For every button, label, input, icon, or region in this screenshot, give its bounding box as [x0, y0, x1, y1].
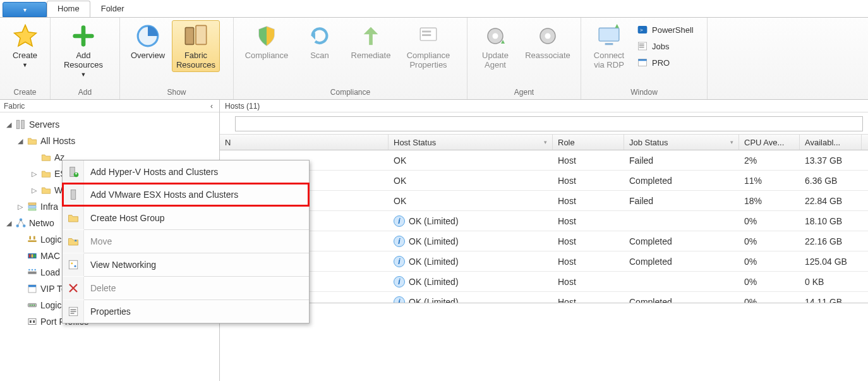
filter-input[interactable] — [235, 116, 863, 131]
server-add-icon — [63, 160, 84, 183]
cell-host-status: iOK (Limited) — [389, 272, 553, 291]
svg-rect-54 — [33, 320, 35, 323]
reassociate-button[interactable]: Reassociate — [519, 20, 576, 63]
cell-role: Host — [553, 231, 624, 251]
pro-button[interactable]: PRO — [637, 56, 694, 70]
network-icon — [15, 217, 27, 229]
servers-icon — [15, 119, 27, 130]
cell-job-status: Failed — [624, 150, 739, 170]
chevron-down-icon[interactable]: ▾ — [544, 139, 547, 145]
expander-icon[interactable]: ▷ — [16, 203, 24, 211]
col-cpu[interactable]: CPU Ave... — [739, 135, 800, 150]
cell-cpu: 0% — [739, 292, 800, 303]
svg-rect-47 — [28, 285, 36, 287]
compliance-button[interactable]: Compliance — [238, 20, 296, 63]
mac-pool-icon — [27, 250, 38, 262]
fabric-resources-button[interactable]: FabricResources — [172, 20, 220, 72]
update-agent-button[interactable]: UpdateAgent — [471, 20, 519, 72]
svg-rect-39 — [29, 254, 31, 257]
table-row[interactable]: iOK (Limited)HostCompleted0%125.04 GB — [220, 251, 868, 272]
gear-up-icon — [483, 23, 508, 49]
info-icon: i — [394, 276, 405, 287]
table-row[interactable]: OKHostCompleted11%6.36 GB — [220, 171, 868, 191]
col-name[interactable]: N — [220, 135, 389, 150]
svg-point-49 — [30, 305, 31, 306]
powershell-button[interactable]: > PowerShell — [637, 23, 694, 37]
cell-cpu: 0% — [739, 231, 800, 251]
cell-cpu: 0% — [739, 272, 800, 291]
jobs-button[interactable]: Jobs — [637, 39, 694, 53]
table-row[interactable]: iOK (Limited)HostCompleted0%14.11 GB — [220, 292, 868, 303]
system-menu[interactable]: ▾ — [3, 2, 47, 17]
tab-home[interactable]: Home — [47, 1, 90, 17]
svg-rect-61 — [69, 260, 78, 269]
expander-icon[interactable]: ◢ — [16, 137, 24, 145]
ribbon-group-agent: Agent — [467, 87, 581, 99]
cell-role: Host — [553, 191, 624, 210]
collapse-nav-button[interactable]: ‹ — [208, 102, 215, 111]
ctx-view-networking[interactable]: View Networking — [63, 253, 309, 276]
cell-host-status: iOK (Limited) — [389, 231, 553, 251]
svg-rect-22 — [639, 44, 644, 44]
cell-host-status: iOK (Limited) — [389, 211, 553, 231]
connect-rdp-button[interactable]: Connectvia RDP — [585, 20, 633, 72]
col-host-status[interactable]: Host Status▾ — [389, 135, 553, 150]
svg-rect-17 — [605, 43, 613, 45]
ctx-create-host-group[interactable]: Create Host Group — [63, 207, 309, 229]
table-row[interactable]: OKHostFailed18%22.84 GB — [220, 191, 868, 211]
svg-point-15 — [545, 33, 551, 39]
expander-icon[interactable]: ▷ — [30, 170, 38, 178]
table-row[interactable]: OKHostFailed2%13.37 GB — [220, 150, 868, 171]
properties-icon — [63, 300, 84, 323]
scan-button[interactable]: Scan — [296, 20, 344, 63]
cell-role: Host — [553, 171, 624, 190]
server-icon — [63, 183, 84, 206]
svg-marker-7 — [364, 27, 378, 34]
col-job-status[interactable]: Job Status▾ — [624, 135, 739, 150]
ctx-add-hyperv[interactable]: Add Hyper-V Hosts and Clusters — [63, 160, 309, 183]
ctx-move[interactable]: Move — [63, 230, 309, 253]
ribbon: Create ▼ Create AddResources ▼ Add Overv… — [0, 18, 868, 100]
svg-rect-59 — [71, 190, 76, 200]
cell-job-status: Failed — [624, 191, 739, 210]
nav-title: Fabric — [4, 102, 25, 111]
ribbon-group-compliance: Compliance — [234, 87, 467, 99]
overview-button[interactable]: Overview — [124, 20, 172, 63]
ribbon-group-add: Add — [51, 87, 119, 99]
svg-rect-67 — [70, 313, 74, 314]
ctx-add-vmware[interactable]: Add VMware ESX Hosts and Clusters — [63, 183, 309, 206]
shield-icon — [254, 23, 279, 49]
gear-icon — [535, 23, 560, 49]
create-button[interactable]: Create ▼ — [4, 20, 46, 70]
folder-icon — [40, 168, 52, 179]
table-row[interactable]: iOK (Limited)Host0%0 KB — [220, 272, 868, 292]
svg-point-63 — [74, 265, 76, 267]
ctx-properties[interactable]: Properties — [63, 300, 309, 323]
pie-chart-icon — [135, 23, 160, 49]
cell-memory: 22.84 GB — [800, 191, 862, 210]
expander-icon[interactable]: ▷ — [30, 186, 38, 195]
tab-folder[interactable]: Folder — [90, 1, 135, 17]
col-memory[interactable]: Availabl... — [800, 135, 862, 150]
hosts-grid: N Host Status▾ Role Job Status▾ CPU Ave.… — [220, 134, 868, 303]
chevron-down-icon[interactable]: ▾ — [730, 139, 733, 145]
remediate-button[interactable]: Remediate — [344, 20, 398, 63]
cell-cpu: 18% — [739, 191, 800, 210]
svg-point-50 — [32, 305, 33, 306]
expander-icon[interactable]: ◢ — [5, 121, 13, 129]
compliance-properties-button[interactable]: ComplianceProperties — [398, 20, 459, 72]
ctx-delete[interactable]: Delete — [63, 277, 309, 299]
cell-cpu: 2% — [739, 150, 800, 170]
expander-icon[interactable]: ◢ — [5, 219, 13, 227]
folder-new-icon — [63, 207, 84, 229]
cell-role: Host — [553, 211, 624, 231]
tree-servers[interactable]: ◢ Servers — [3, 116, 217, 133]
table-row[interactable]: iOK (Limited)HostCompleted0%22.16 GB — [220, 231, 868, 251]
add-resources-button[interactable]: AddResources ▼ — [54, 20, 112, 80]
table-row[interactable]: iOK (Limited)Host0%18.10 GB — [220, 211, 868, 231]
folder-icon — [40, 152, 52, 163]
network-view-icon — [63, 253, 84, 276]
svg-rect-52 — [28, 318, 36, 324]
tree-all-hosts[interactable]: ◢ All Hosts — [3, 133, 217, 149]
col-role[interactable]: Role — [553, 135, 624, 150]
